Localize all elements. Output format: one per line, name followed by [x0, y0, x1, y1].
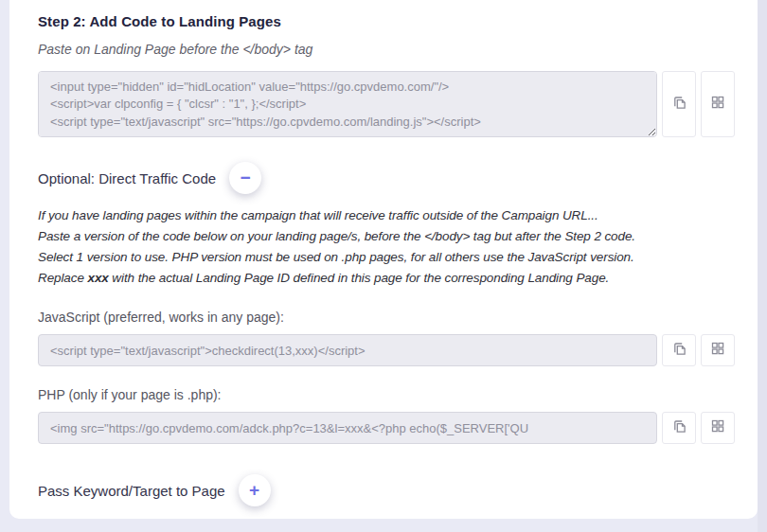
description-line: Select 1 version to use. PHP version mus… — [38, 247, 735, 268]
description-line: Paste a version of the code below on you… — [38, 226, 735, 247]
xxx-placeholder: xxx — [87, 271, 108, 285]
php-version-label: PHP (only if your page is .php): — [38, 387, 735, 402]
pass-keyword-row: Pass Keyword/Target to Page + — [38, 474, 735, 506]
page-title: Step 2: Add Code to Landing Pages — [38, 13, 735, 29]
minus-icon: − — [241, 168, 251, 186]
copy-icon — [671, 95, 687, 115]
step2-grid-button[interactable] — [701, 71, 735, 137]
description-line: If you have landing pages within the cam… — [38, 205, 735, 226]
step2-instruction: Paste on Landing Page before the </body>… — [38, 42, 735, 57]
vertical-scrollbar[interactable] — [758, 0, 767, 532]
grid-icon — [710, 95, 725, 114]
copy-icon — [671, 418, 687, 438]
javascript-code-input[interactable] — [38, 334, 657, 366]
grid-icon — [710, 418, 725, 437]
javascript-version-label: JavaScript (preferred, works in any page… — [38, 310, 735, 325]
step2-code-row: <input type="hidden" id="hidLocation" va… — [38, 71, 735, 137]
settings-card: Step 2: Add Code to Landing Pages Paste … — [9, 0, 758, 519]
pass-keyword-label: Pass Keyword/Target to Page — [38, 483, 225, 499]
grid-icon — [710, 341, 725, 360]
php-code-row — [38, 412, 735, 444]
copy-step2-code-button[interactable] — [662, 71, 696, 137]
copy-icon — [671, 341, 687, 361]
php-code-input[interactable] — [38, 412, 657, 444]
javascript-code-row — [38, 334, 735, 366]
step2-section: Step 2: Add Code to Landing Pages Paste … — [9, 0, 758, 506]
plus-icon: + — [249, 481, 259, 499]
description-line: Replace xxx with the actual Landing Page… — [38, 268, 735, 289]
copy-javascript-code-button[interactable] — [662, 334, 696, 366]
php-grid-button[interactable] — [701, 412, 735, 444]
expand-pass-keyword-button[interactable]: + — [239, 474, 271, 506]
optional-direct-traffic-label: Optional: Direct Traffic Code — [38, 170, 216, 186]
copy-php-code-button[interactable] — [662, 412, 696, 444]
javascript-grid-button[interactable] — [701, 334, 735, 366]
optional-direct-traffic-row: Optional: Direct Traffic Code − — [38, 162, 735, 194]
step2-code-textarea[interactable]: <input type="hidden" id="hidLocation" va… — [38, 71, 657, 137]
direct-traffic-description: If you have landing pages within the cam… — [38, 205, 735, 289]
collapse-direct-traffic-button[interactable]: − — [229, 162, 261, 194]
